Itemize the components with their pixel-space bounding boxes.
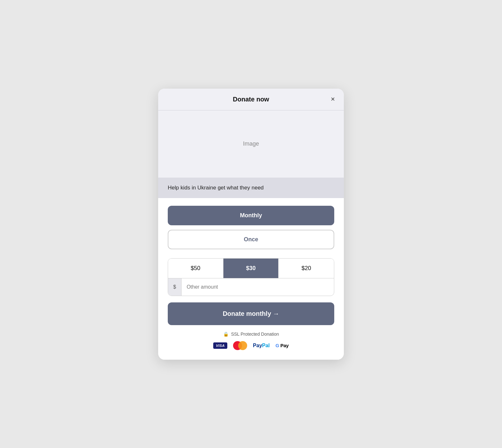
amount-50-button[interactable]: $50 — [168, 259, 223, 278]
visa-logo: VISA — [213, 342, 227, 349]
lock-icon: 🔒 — [223, 332, 229, 337]
once-button[interactable]: Once — [168, 230, 334, 249]
paypal-logo: PayPal — [253, 343, 270, 348]
dollar-sign: $ — [168, 278, 182, 296]
modal-title: Donate now — [233, 96, 269, 103]
other-amount-input[interactable] — [182, 278, 334, 296]
amount-selector: $50 $30 $20 $ — [168, 258, 334, 296]
paypal-pay-text: Pay — [253, 343, 262, 348]
subtitle-text: Help kids in Ukraine get what they need — [168, 185, 264, 191]
gpay-logo: G Pay — [276, 343, 289, 348]
amount-20-button[interactable]: $20 — [279, 259, 334, 278]
other-amount-row: $ — [168, 278, 334, 296]
donation-modal: Donate now × Image Help kids in Ukraine … — [158, 89, 344, 360]
image-placeholder: Image — [243, 140, 259, 147]
ssl-row: 🔒 SSL Protected Donation — [168, 332, 334, 337]
payment-logos: VISA PayPal G Pay — [168, 341, 334, 350]
amount-buttons: $50 $30 $20 — [168, 259, 334, 278]
paypal-pal-text: Pal — [262, 343, 270, 348]
ssl-text: SSL Protected Donation — [231, 332, 279, 337]
form-section: Monthly Once $50 $30 $20 $ Donate monthl… — [158, 198, 344, 360]
gpay-pay: Pay — [279, 343, 289, 348]
monthly-button[interactable]: Monthly — [168, 206, 334, 225]
mc-circle-right — [238, 341, 247, 350]
donate-button[interactable]: Donate monthly → — [168, 302, 334, 325]
mastercard-logo — [233, 341, 247, 350]
frequency-group: Monthly Once — [168, 206, 334, 249]
modal-header: Donate now × — [158, 89, 344, 110]
close-button[interactable]: × — [329, 94, 336, 104]
subtitle-section: Help kids in Ukraine get what they need — [158, 178, 344, 198]
gpay-g: G — [276, 343, 279, 348]
image-section: Image — [158, 110, 344, 178]
amount-30-button[interactable]: $30 — [223, 259, 279, 278]
